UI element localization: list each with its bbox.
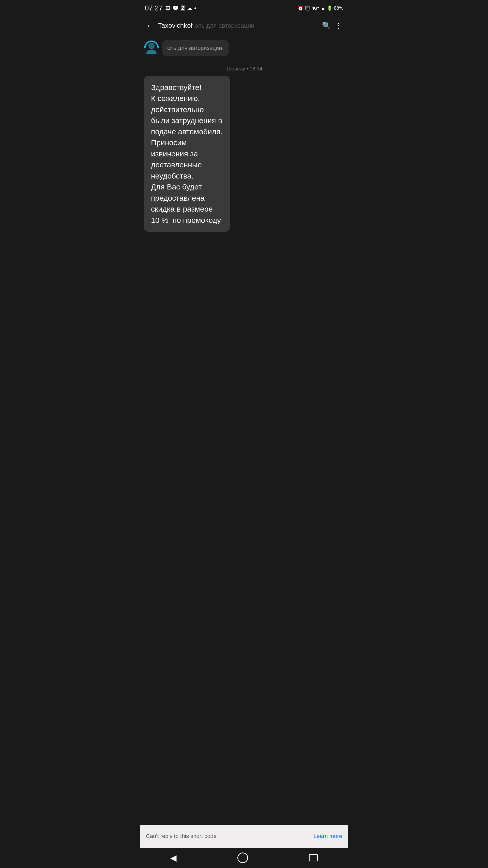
cloud-icon: ☁: [187, 5, 192, 11]
bottom-info-bar: Can't reply to this short code Learn mor…: [140, 825, 348, 848]
avatar: [144, 40, 159, 56]
search-button[interactable]: 🔍: [320, 19, 333, 32]
prev-message-bubble: оль для авторизации.: [162, 40, 229, 56]
status-icons-left: 🖼 💬 Z ☁ •: [165, 5, 196, 11]
timestamp-container: Tuesday • 08:34: [140, 61, 348, 76]
message-icon: 💬: [172, 5, 179, 11]
cant-reply-text: Can't reply to this short code: [146, 833, 217, 839]
network-icon: 4G⁺: [312, 6, 319, 11]
chat-scroll-area: оль для авторизации. Tuesday • 08:34 Здр…: [140, 36, 348, 283]
signal-icon: ▲: [321, 6, 325, 11]
nav-recent-button[interactable]: [309, 854, 318, 861]
alarm-icon: ⏰: [298, 5, 303, 11]
vibrate-icon: 📳: [305, 5, 310, 11]
status-bar-left: 07:27 🖼 💬 Z ☁ •: [145, 4, 196, 12]
dot-icon: •: [194, 5, 196, 11]
gallery-icon: 🖼: [165, 5, 170, 11]
status-time: 07:27: [145, 4, 163, 12]
back-button[interactable]: ←: [144, 19, 156, 32]
zapper-icon: Z: [181, 5, 185, 11]
svg-point-2: [149, 43, 154, 48]
battery-icon: 🔋: [327, 5, 332, 11]
prev-message-container: оль для авторизации.: [140, 38, 348, 58]
app-title-main: Taxovichkof: [158, 22, 193, 29]
app-title-blurred: оль для авторизации: [195, 22, 254, 29]
status-bar-right: ⏰ 📳 4G⁺ ▲ 🔋 88%: [298, 5, 343, 11]
nav-bar: ◀: [140, 848, 348, 868]
nav-home-button[interactable]: [237, 852, 248, 863]
message-container: Здравствуйте!К сожалению,действительнобы…: [140, 76, 348, 237]
nav-back-button[interactable]: ◀: [170, 853, 177, 863]
app-title: Taxovichkofоль для авторизации: [158, 22, 320, 30]
timestamp-text: Tuesday • 08:34: [226, 66, 262, 71]
prev-message-text: оль для авторизации.: [167, 45, 224, 51]
battery-percent: 88%: [334, 6, 343, 11]
message-bubble: Здравствуйте!К сожалению,действительнобы…: [144, 76, 230, 232]
message-text: Здравствуйте!К сожалению,действительнобы…: [151, 83, 223, 224]
status-bar: 07:27 🖼 💬 Z ☁ • ⏰ 📳 4G⁺ ▲ 🔋 88%: [140, 0, 348, 15]
learn-more-link[interactable]: Learn more: [314, 833, 342, 839]
app-bar: ← Taxovichkofоль для авторизации 🔍 ⋮: [140, 15, 348, 36]
menu-button[interactable]: ⋮: [333, 19, 344, 32]
